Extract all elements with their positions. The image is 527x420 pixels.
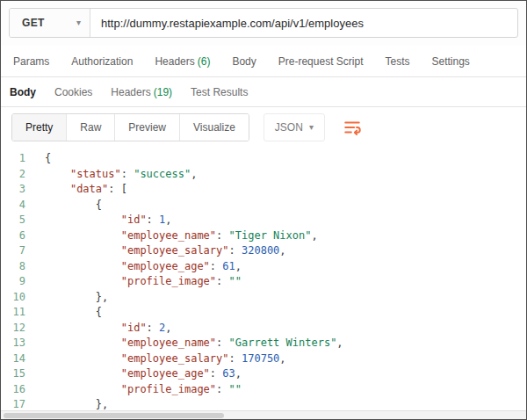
method-dropdown[interactable]: GET ▾ [10,9,90,37]
line-number: 3 [1,182,32,198]
request-tab-headers[interactable]: Headers(6) [155,55,210,68]
line-number: 12 [1,321,32,337]
code-line-content: "status": "success", [32,167,197,183]
code-line: 2 "status": "success", [1,167,526,183]
line-number: 16 [1,382,32,398]
code-line: 16 "profile_image": "" [1,382,526,398]
tab-label: Cookies [54,86,92,98]
line-number: 11 [1,305,32,321]
request-tab-body[interactable]: Body [232,55,256,68]
scrollbar-thumb[interactable] [4,413,224,418]
line-number: 15 [1,366,32,382]
code-line-content: "profile_image": "" [32,274,242,290]
response-body-viewer: 1{2 "status": "success",3 "data": [4 {5 … [1,148,526,413]
horizontal-scrollbar[interactable] [1,410,526,419]
wrap-text-button[interactable] [341,116,364,139]
code-line-content: { [32,151,51,167]
code-line-content: "employee_salary": 320800, [32,243,286,259]
code-line-content: "employee_age": 61, [32,259,242,275]
line-number: 5 [1,213,32,228]
tab-count-badge: (6) [198,55,211,68]
code-line: 8 "employee_age": 61, [1,259,526,275]
request-tab-params[interactable]: Params [13,55,49,68]
response-toolbar: PrettyRawPreviewVisualize JSON ▾ [1,107,526,148]
code-line-content: "employee_name": "Garrett Winters", [32,336,343,351]
code-line-content: "employee_age": 63, [32,366,242,382]
code-line: 13 "employee_name": "Garrett Winters", [1,336,526,351]
code-line: 14 "employee_salary": 170750, [1,351,526,367]
request-url-bar: GET ▾ http://dummy.restapiexample.com/ap… [1,1,526,46]
request-tab-settings[interactable]: Settings [432,55,470,68]
line-number: 9 [1,274,32,290]
line-number: 4 [1,198,32,214]
line-number: 13 [1,336,32,351]
tab-label: Headers [111,86,150,98]
code-line: 10 }, [1,290,526,306]
view-button-visualize[interactable]: Visualize [180,114,249,141]
code-line-content: }, [32,290,108,306]
line-number: 6 [1,228,32,244]
line-number: 2 [1,167,32,183]
view-button-pretty[interactable]: Pretty [12,114,67,141]
line-number: 1 [1,151,32,167]
response-tab-body[interactable]: Body [10,86,36,98]
api-client-window: GET ▾ http://dummy.restapiexample.com/ap… [0,0,527,420]
tab-label: Settings [432,55,470,68]
chevron-down-icon: ▾ [76,18,81,27]
tab-count-badge: (19) [154,86,172,98]
tab-label: Params [13,55,49,68]
format-dropdown[interactable]: JSON ▾ [264,113,325,141]
code-line: 11 { [1,305,526,321]
method-label: GET [22,17,45,29]
format-label: JSON [275,121,303,134]
tab-label: Test Results [191,86,248,98]
code-line: 4 { [1,198,526,214]
request-tab-tests[interactable]: Tests [385,55,409,68]
tab-label: Authorization [71,55,133,68]
url-control: GET ▾ http://dummy.restapiexample.com/ap… [9,8,518,38]
code-line: 3 "data": [ [1,182,526,198]
code-line-content: "data": [ [32,182,127,198]
code-line: 7 "employee_salary": 320800, [1,243,526,259]
code-line-content: "id": 2, [32,321,172,337]
url-value: http://dummy.restapiexample.com/api/v1/e… [101,17,364,30]
code-line: 1{ [1,151,526,167]
response-tab-cookies[interactable]: Cookies [54,86,92,98]
response-tabs: BodyCookiesHeaders(19)Test Results [1,77,526,107]
text-wrap-icon [343,119,361,136]
tab-label: Body [232,55,256,68]
request-tab-authorization[interactable]: Authorization [71,55,133,68]
code-line-content: "profile_image": "" [32,382,242,398]
url-input[interactable]: http://dummy.restapiexample.com/api/v1/e… [90,9,517,37]
code-line-content: { [32,198,102,214]
line-number: 7 [1,243,32,259]
code-line-content: "employee_salary": 170750, [32,351,286,367]
tab-label: Tests [385,55,409,68]
line-number: 8 [1,259,32,275]
view-mode-group: PrettyRawPreviewVisualize [11,113,249,141]
line-number: 10 [1,290,32,306]
code-line-content: "id": 1, [32,213,172,228]
line-number: 14 [1,351,32,367]
tab-label: Pre-request Script [278,55,364,68]
code-line-content: "employee_name": "Tiger Nixon", [32,228,318,244]
code-line: 9 "profile_image": "" [1,274,526,290]
code-line: 15 "employee_age": 63, [1,366,526,382]
response-tab-test-results[interactable]: Test Results [191,86,248,98]
response-tab-headers[interactable]: Headers(19) [111,86,172,98]
code-line: 5 "id": 1, [1,213,526,228]
request-tabs: ParamsAuthorizationHeaders(6)BodyPre-req… [1,46,526,77]
code-line: 6 "employee_name": "Tiger Nixon", [1,228,526,244]
request-tab-pre-request-script[interactable]: Pre-request Script [278,55,364,68]
code-line: 12 "id": 2, [1,321,526,337]
tab-label: Headers [155,55,194,68]
code-line-content: { [32,305,102,321]
chevron-down-icon: ▾ [309,123,314,132]
view-button-preview[interactable]: Preview [115,114,180,141]
tab-label: Body [10,86,36,98]
view-button-raw[interactable]: Raw [67,114,115,141]
